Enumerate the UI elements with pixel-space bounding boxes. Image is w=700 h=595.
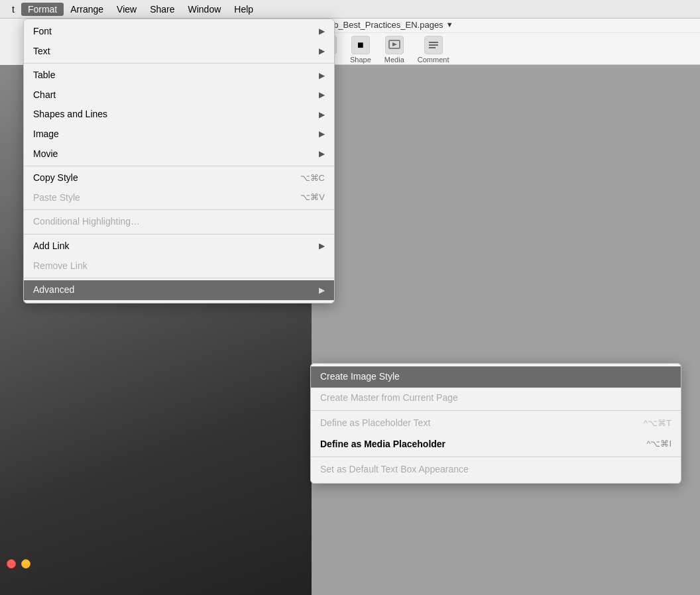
menu-item-add-link-label: Add Link bbox=[33, 240, 69, 253]
define-placeholder-text-shortcut: ^⌥⌘T bbox=[644, 417, 671, 429]
copy-style-shortcut: ⌥⌘C bbox=[300, 172, 325, 184]
menu-item-shapes-lines[interactable]: Shapes and Lines ▶ bbox=[24, 105, 334, 125]
menu-item-text-label: Text bbox=[33, 45, 50, 58]
close-button[interactable] bbox=[7, 559, 16, 568]
text-arrow-icon: ▶ bbox=[319, 46, 325, 57]
submenu-separator-1 bbox=[311, 410, 681, 411]
separator-5 bbox=[24, 278, 334, 278]
create-master-label: Create Master from Current Page bbox=[320, 392, 458, 405]
submenu-separator-2 bbox=[311, 457, 681, 457]
menu-item-text[interactable]: Text ▶ bbox=[24, 42, 334, 62]
define-placeholder-text-label: Define as Placeholder Text bbox=[320, 417, 430, 430]
toolbar-right: ePub_Best_Practices_EN.pages ▼ T Text ■ … bbox=[312, 19, 700, 65]
document-title: ePub_Best_Practices_EN.pages bbox=[318, 20, 443, 30]
menu-bar-item-window[interactable]: Window bbox=[182, 3, 228, 16]
menu-item-font[interactable]: Font ▶ bbox=[24, 22, 334, 42]
menu-item-table-label: Table bbox=[33, 69, 55, 82]
menu-bar-item-arrange[interactable]: Arrange bbox=[64, 3, 110, 16]
menu-item-add-link[interactable]: Add Link ▶ bbox=[24, 237, 334, 256]
movie-arrow-icon: ▶ bbox=[319, 148, 325, 160]
submenu-item-create-image-style[interactable]: Create Image Style bbox=[311, 366, 681, 388]
menu-item-remove-link-label: Remove Link bbox=[33, 260, 88, 273]
menu-item-image-label: Image bbox=[33, 128, 59, 141]
menu-item-movie-label: Movie bbox=[33, 148, 58, 161]
submenu-item-define-placeholder-text: Define as Placeholder Text ^⌥⌘T bbox=[311, 413, 681, 434]
advanced-arrow-icon: ▶ bbox=[319, 285, 325, 296]
menu-item-copy-style-label: Copy Style bbox=[33, 172, 78, 185]
svg-rect-3 bbox=[429, 44, 438, 46]
advanced-submenu: Create Image Style Create Master from Cu… bbox=[310, 363, 681, 484]
svg-rect-4 bbox=[429, 47, 436, 48]
separator-3 bbox=[24, 209, 334, 210]
paste-style-shortcut: ⌥⌘V bbox=[300, 191, 325, 203]
menu-item-paste-style: Paste Style ⌥⌘V bbox=[24, 188, 334, 208]
svg-marker-1 bbox=[392, 42, 397, 46]
define-media-placeholder-label: Define as Media Placeholder bbox=[320, 438, 445, 451]
shape-tool-label: Shape bbox=[350, 56, 371, 64]
add-link-arrow-icon: ▶ bbox=[319, 241, 325, 252]
shapes-lines-arrow-icon: ▶ bbox=[319, 109, 325, 121]
menu-item-font-label: Font bbox=[33, 25, 52, 38]
chevron-down-icon: ▼ bbox=[446, 21, 453, 28]
minimize-button[interactable] bbox=[21, 559, 30, 568]
submenu-item-set-default-textbox: Set as Default Text Box Appearance bbox=[311, 459, 681, 480]
svg-rect-2 bbox=[429, 42, 438, 43]
menu-item-advanced[interactable]: Advanced ▶ bbox=[24, 280, 334, 300]
menu-item-advanced-label: Advanced bbox=[33, 284, 74, 297]
menu-item-copy-style[interactable]: Copy Style ⌥⌘C bbox=[24, 168, 334, 188]
menu-item-paste-style-label: Paste Style bbox=[33, 191, 80, 205]
set-default-textbox-label: Set as Default Text Box Appearance bbox=[320, 463, 469, 476]
font-arrow-icon: ▶ bbox=[319, 26, 325, 37]
menu-bar-item-share[interactable]: Share bbox=[143, 3, 181, 16]
comment-tool[interactable]: Comment bbox=[418, 36, 449, 64]
shape-tool[interactable]: ■ Shape bbox=[350, 36, 371, 64]
separator-2 bbox=[24, 166, 334, 166]
image-arrow-icon: ▶ bbox=[319, 129, 325, 140]
toolbar-tools: T Text ■ Shape Media Comment bbox=[312, 33, 700, 66]
separator-4 bbox=[24, 234, 334, 235]
menu-item-table[interactable]: Table ▶ bbox=[24, 66, 334, 85]
traffic-lights bbox=[7, 559, 30, 568]
menu-item-chart[interactable]: Chart ▶ bbox=[24, 85, 334, 105]
document-title-bar: ePub_Best_Practices_EN.pages ▼ bbox=[312, 17, 700, 33]
submenu-item-create-master: Create Master from Current Page bbox=[311, 388, 681, 409]
comment-tool-icon bbox=[424, 36, 443, 54]
table-arrow-icon: ▶ bbox=[319, 70, 325, 81]
menu-item-remove-link: Remove Link bbox=[24, 256, 334, 276]
media-tool[interactable]: Media bbox=[384, 36, 404, 64]
format-menu: Font ▶ Text ▶ Table ▶ Chart ▶ Shapes and… bbox=[23, 19, 335, 303]
submenu-item-define-media-placeholder[interactable]: Define as Media Placeholder ^⌥⌘I bbox=[311, 434, 681, 455]
shape-tool-icon: ■ bbox=[351, 36, 370, 54]
menu-bar: t Format Arrange View Share Window Help bbox=[0, 0, 700, 19]
separator-1 bbox=[24, 63, 334, 64]
menu-item-conditional-highlighting: Conditional Highlighting… bbox=[24, 212, 334, 232]
media-tool-label: Media bbox=[384, 56, 404, 64]
menu-bar-item-help[interactable]: Help bbox=[227, 3, 260, 16]
chart-arrow-icon: ▶ bbox=[319, 89, 325, 101]
menu-bar-item-view[interactable]: View bbox=[110, 3, 143, 16]
media-tool-icon bbox=[385, 36, 404, 54]
menu-bar-item-t[interactable]: t bbox=[5, 3, 21, 16]
menu-item-shapes-lines-label: Shapes and Lines bbox=[33, 108, 107, 121]
menu-item-chart-label: Chart bbox=[33, 89, 56, 102]
menu-item-conditional-highlighting-label: Conditional Highlighting… bbox=[33, 215, 140, 229]
define-media-placeholder-shortcut: ^⌥⌘I bbox=[646, 438, 671, 450]
comment-tool-label: Comment bbox=[418, 56, 449, 64]
create-image-style-label: Create Image Style bbox=[320, 370, 400, 384]
menu-item-movie[interactable]: Movie ▶ bbox=[24, 144, 334, 164]
menu-bar-item-format[interactable]: Format bbox=[21, 3, 64, 16]
menu-item-image[interactable]: Image ▶ bbox=[24, 125, 334, 144]
